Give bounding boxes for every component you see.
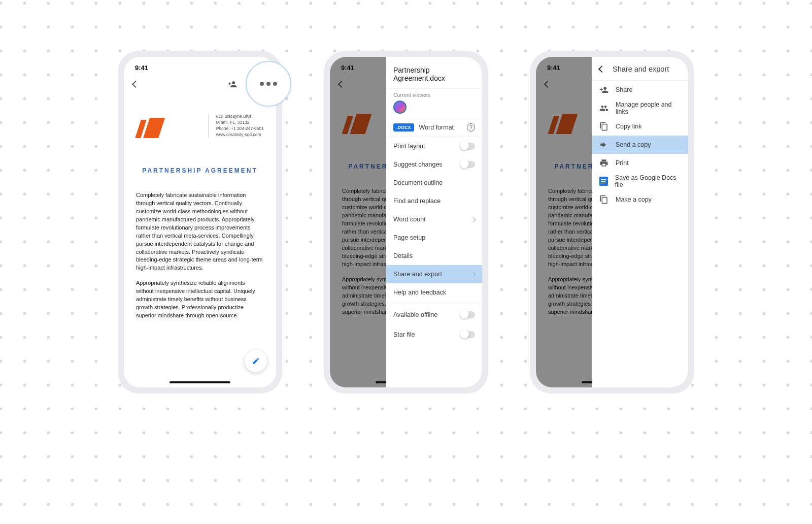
more-menu-highlight[interactable] bbox=[246, 61, 291, 107]
edit-fab[interactable] bbox=[245, 350, 267, 372]
contact-block: 610 Biscayne Blvs, Miami, FL, 33132 Phon… bbox=[209, 114, 264, 138]
person-add-icon bbox=[599, 85, 608, 94]
format-label: Word format bbox=[419, 124, 454, 131]
phone-1: 9:41 610 Biscayne Blvs, Miami, FL, 33132 bbox=[118, 51, 282, 394]
toggle-print-layout[interactable] bbox=[460, 143, 475, 150]
menu-find-replace[interactable]: Find and replace bbox=[386, 192, 482, 210]
document-title: PARTNERSHIP AGREEMENT bbox=[136, 167, 264, 175]
google-docs-icon bbox=[599, 177, 608, 186]
menu-print-layout[interactable]: Print layout bbox=[386, 137, 482, 155]
menu-page-setup[interactable]: Page setup bbox=[386, 228, 482, 247]
more-menu-icon bbox=[260, 82, 277, 86]
add-person-icon[interactable] bbox=[228, 80, 237, 89]
people-icon bbox=[599, 104, 608, 113]
panel-filename: Partnership Agreement.docx bbox=[386, 57, 482, 88]
menu-star-file[interactable]: Star file bbox=[386, 325, 482, 344]
doc-paragraph: Completely fabricate sustainable informa… bbox=[136, 191, 264, 272]
toggle-offline[interactable] bbox=[460, 311, 475, 318]
company-logo bbox=[135, 114, 166, 138]
chevron-right-icon bbox=[471, 217, 476, 222]
menu-available-offline[interactable]: Available offline bbox=[386, 304, 482, 325]
menu-help-feedback[interactable]: Help and feedback bbox=[386, 283, 482, 302]
panel-back-icon[interactable] bbox=[598, 66, 605, 73]
panel-title: Share and export bbox=[613, 65, 669, 73]
copy-icon bbox=[599, 195, 608, 204]
menu-word-count[interactable]: Word count bbox=[386, 210, 482, 228]
options-panel: Partnership Agreement.docx Current viewe… bbox=[386, 57, 482, 387]
menu-copy-link[interactable]: Copy link bbox=[592, 117, 688, 136]
menu-save-docs[interactable]: Save as Google Docs file bbox=[592, 172, 688, 190]
menu-details[interactable]: Details bbox=[386, 247, 482, 265]
pencil-icon bbox=[252, 357, 260, 365]
contact-phone: Phone: +1 304-247-6601 bbox=[216, 126, 264, 132]
contact-addr2: Miami, FL, 33132 bbox=[216, 120, 264, 126]
home-indicator bbox=[170, 381, 230, 383]
help-icon[interactable]: ? bbox=[467, 123, 475, 132]
menu-share-export[interactable]: Share and export bbox=[386, 265, 482, 283]
document-body: 610 Biscayne Blvs, Miami, FL, 33132 Phon… bbox=[124, 93, 276, 320]
menu-manage-people[interactable]: Manage people and links bbox=[592, 99, 688, 117]
menu-print[interactable]: Print bbox=[592, 154, 688, 172]
status-time: 9:41 bbox=[135, 64, 148, 72]
doc-paragraph: Appropriately synthesize reliable alignm… bbox=[136, 279, 264, 320]
docx-badge: .DOCX bbox=[393, 123, 414, 132]
print-icon bbox=[599, 158, 608, 168]
menu-make-copy[interactable]: Make a copy bbox=[592, 190, 688, 209]
viewer-avatar[interactable] bbox=[393, 101, 407, 114]
chevron-right-icon bbox=[471, 272, 476, 277]
toggle-star[interactable] bbox=[460, 331, 475, 338]
current-viewers-label: Current viewers bbox=[386, 89, 482, 101]
back-icon[interactable] bbox=[132, 81, 139, 88]
copy-icon bbox=[599, 122, 608, 131]
menu-share[interactable]: Share bbox=[592, 81, 688, 99]
menu-suggest-changes[interactable]: Suggest changes bbox=[386, 155, 482, 174]
share-export-panel: Share and export Share Manage people and… bbox=[592, 57, 688, 387]
menu-document-outline[interactable]: Document outline bbox=[386, 174, 482, 192]
menu-send-copy[interactable]: Send a copy bbox=[592, 136, 688, 154]
send-arrow-icon bbox=[599, 140, 608, 149]
format-row[interactable]: .DOCX Word format ? bbox=[386, 118, 482, 137]
phone-2: 9:41 PARTNERSHIP AGREEMENT Completely fa… bbox=[324, 51, 488, 394]
contact-addr1: 610 Biscayne Blvs, bbox=[216, 114, 264, 120]
phone-3: 9:41 PARTNERSHIP AGREEMENT Completely fa… bbox=[530, 51, 694, 394]
contact-site: www.creativity-sqd.com bbox=[216, 132, 264, 138]
toggle-suggest[interactable] bbox=[460, 161, 475, 168]
